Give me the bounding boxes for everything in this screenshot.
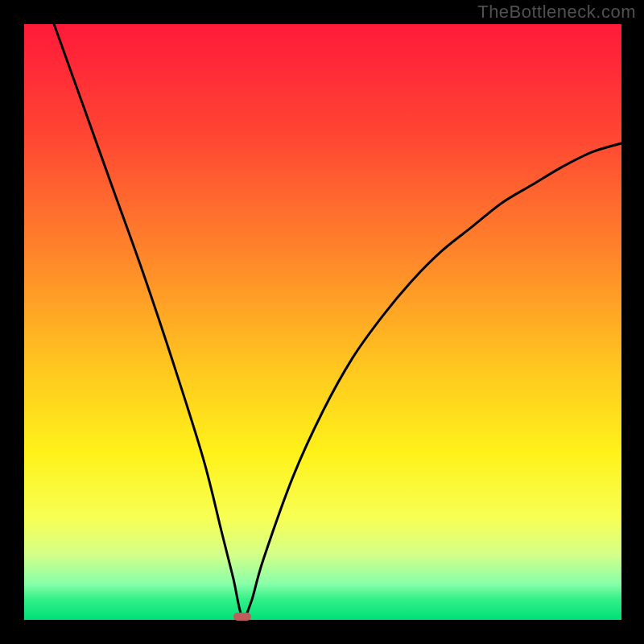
bottleneck-curve [54,24,621,617]
minimum-marker-icon [233,613,251,621]
plot-area [24,24,621,620]
curve-layer [24,24,621,620]
watermark-text: TheBottleneck.com [477,2,636,23]
